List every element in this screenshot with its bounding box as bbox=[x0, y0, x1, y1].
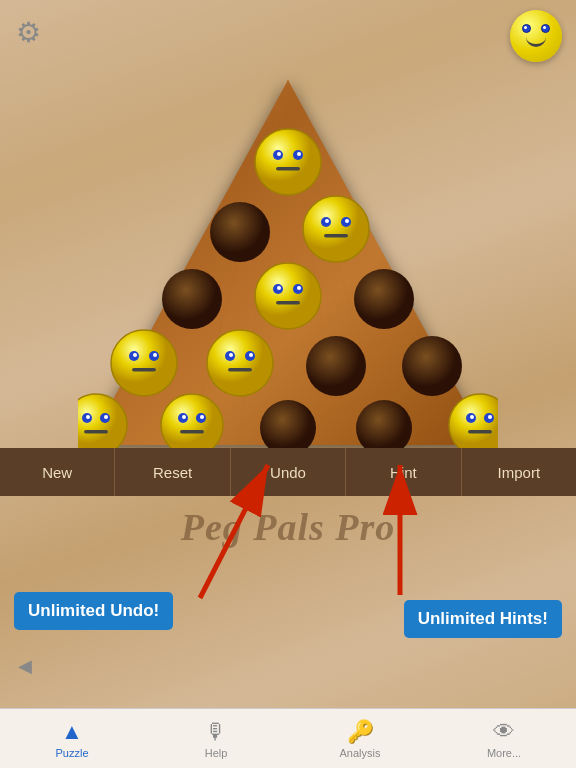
svg-point-64 bbox=[200, 415, 204, 419]
hints-banner-text: Unlimited Hints! bbox=[418, 609, 548, 628]
undo-banner: Unlimited Undo! bbox=[14, 592, 173, 630]
hints-banner: Unlimited Hints! bbox=[404, 600, 562, 638]
speaker-icon[interactable]: ◀ bbox=[18, 655, 32, 677]
svg-point-31 bbox=[354, 269, 414, 329]
avatar bbox=[510, 10, 562, 62]
help-icon: 🎙 bbox=[205, 719, 227, 745]
title-area: Peg Pals Pro bbox=[0, 505, 576, 549]
svg-point-22 bbox=[162, 269, 222, 329]
right-eye bbox=[541, 24, 550, 33]
svg-point-56 bbox=[104, 415, 108, 419]
smiley-mouth bbox=[526, 37, 546, 47]
svg-point-20 bbox=[345, 219, 349, 223]
undo-button[interactable]: Undo bbox=[231, 448, 346, 496]
svg-rect-47 bbox=[228, 368, 252, 372]
svg-rect-21 bbox=[324, 234, 348, 238]
svg-rect-57 bbox=[84, 430, 108, 434]
svg-point-38 bbox=[153, 353, 157, 357]
new-button[interactable]: New bbox=[0, 448, 115, 496]
game-title: Peg Pals Pro bbox=[0, 505, 576, 549]
svg-point-73 bbox=[470, 415, 474, 419]
svg-rect-12 bbox=[276, 167, 300, 171]
svg-point-55 bbox=[86, 415, 90, 419]
more-icon: 👁 bbox=[493, 719, 515, 745]
svg-point-11 bbox=[297, 152, 301, 156]
game-board bbox=[78, 70, 498, 440]
svg-point-10 bbox=[277, 152, 281, 156]
hint-button[interactable]: Hint bbox=[346, 448, 461, 496]
svg-point-28 bbox=[277, 286, 281, 290]
svg-point-45 bbox=[229, 353, 233, 357]
svg-rect-75 bbox=[468, 430, 492, 434]
triangle-shape bbox=[78, 70, 498, 450]
svg-point-74 bbox=[488, 415, 492, 419]
nav-analysis[interactable]: 🔑 Analysis bbox=[288, 709, 432, 768]
svg-point-48 bbox=[306, 336, 366, 396]
analysis-icon: 🔑 bbox=[347, 719, 374, 745]
nav-help[interactable]: 🎙 Help bbox=[144, 709, 288, 768]
nav-puzzle-label: Puzzle bbox=[55, 747, 88, 759]
svg-point-29 bbox=[297, 286, 301, 290]
reset-button[interactable]: Reset bbox=[115, 448, 230, 496]
undo-banner-text: Unlimited Undo! bbox=[28, 601, 159, 620]
svg-point-49 bbox=[402, 336, 462, 396]
svg-point-46 bbox=[249, 353, 253, 357]
toolbar: New Reset Undo Hint Import bbox=[0, 448, 576, 496]
gear-icon[interactable]: ⚙ bbox=[16, 16, 41, 49]
import-button[interactable]: Import bbox=[462, 448, 576, 496]
nav-more-label: More... bbox=[487, 747, 521, 759]
nav-help-label: Help bbox=[205, 747, 228, 759]
nav-analysis-label: Analysis bbox=[340, 747, 381, 759]
smiley-eyes bbox=[522, 24, 550, 33]
svg-point-13 bbox=[210, 202, 270, 262]
svg-rect-39 bbox=[132, 368, 156, 372]
svg-point-19 bbox=[325, 219, 329, 223]
svg-point-63 bbox=[182, 415, 186, 419]
nav-puzzle[interactable]: ▲ Puzzle bbox=[0, 709, 144, 768]
nav-more[interactable]: 👁 More... bbox=[432, 709, 576, 768]
left-eye bbox=[522, 24, 531, 33]
puzzle-icon: ▲ bbox=[61, 719, 83, 745]
svg-rect-65 bbox=[180, 430, 204, 434]
svg-rect-30 bbox=[276, 301, 300, 305]
bottom-nav: ▲ Puzzle 🎙 Help 🔑 Analysis 👁 More... bbox=[0, 708, 576, 768]
svg-point-37 bbox=[133, 353, 137, 357]
